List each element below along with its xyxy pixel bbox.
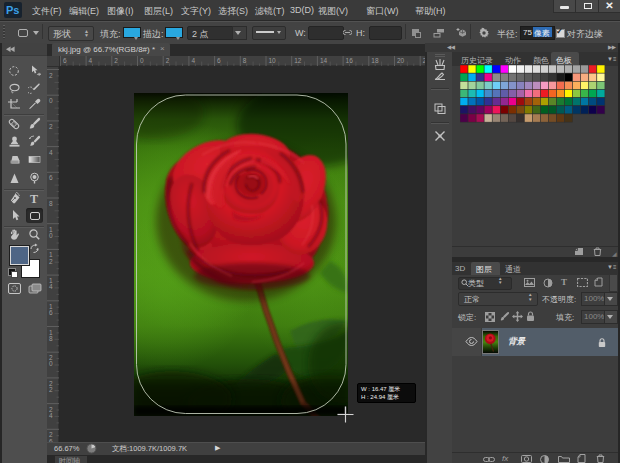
svg-text:12: 12 xyxy=(294,57,302,64)
svg-text:0: 0 xyxy=(140,57,144,64)
svg-text:0: 0 xyxy=(49,97,53,104)
svg-text:8: 8 xyxy=(243,57,247,64)
svg-text:2: 2 xyxy=(114,57,118,64)
svg-text:8: 8 xyxy=(49,200,53,207)
svg-text:2: 2 xyxy=(166,57,170,64)
svg-text:8: 8 xyxy=(49,335,53,342)
svg-text:4: 4 xyxy=(49,283,53,290)
svg-text:0: 0 xyxy=(49,232,53,239)
svg-text:6: 6 xyxy=(217,57,221,64)
svg-text:0: 0 xyxy=(49,360,53,367)
svg-text:2: 2 xyxy=(49,72,53,79)
svg-text:4: 4 xyxy=(49,149,53,156)
svg-text:16: 16 xyxy=(346,57,354,64)
svg-text:6: 6 xyxy=(63,57,67,64)
svg-text:6: 6 xyxy=(49,309,53,316)
svg-text:18: 18 xyxy=(371,57,379,64)
svg-text:4: 4 xyxy=(191,57,195,64)
svg-text:14: 14 xyxy=(320,57,328,64)
svg-text:10: 10 xyxy=(269,57,277,64)
svg-text:2: 2 xyxy=(49,386,53,393)
svg-text:4: 4 xyxy=(49,412,53,419)
svg-text:2: 2 xyxy=(49,123,53,130)
svg-text:6: 6 xyxy=(49,174,53,181)
svg-text:2: 2 xyxy=(49,258,53,265)
svg-text:20: 20 xyxy=(397,57,405,64)
svg-text:4: 4 xyxy=(89,57,93,64)
